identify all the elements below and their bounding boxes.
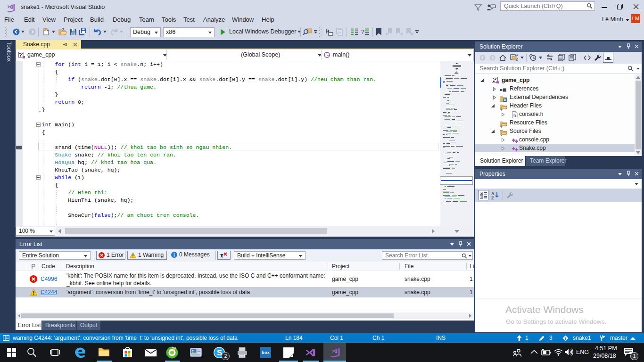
svg-text:h: h <box>513 113 516 118</box>
svg-text:?: ? <box>361 29 364 35</box>
svg-text:Z: Z <box>491 196 494 199</box>
